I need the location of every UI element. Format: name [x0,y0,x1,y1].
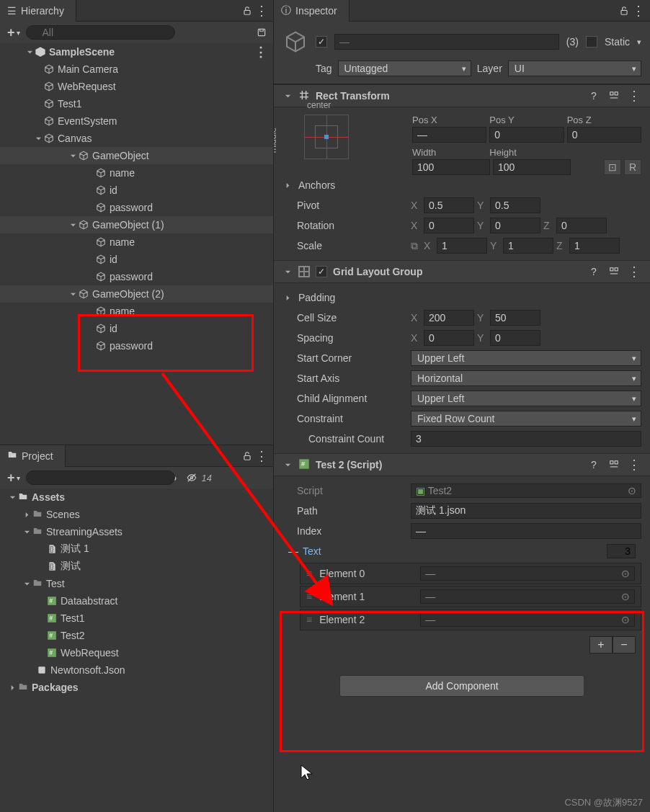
expand-arrow-icon[interactable] [282,182,293,189]
pos-x-input[interactable] [412,127,486,143]
static-checkbox[interactable] [586,36,597,48]
scale-z[interactable] [569,238,620,254]
expand-arrow-icon[interactable] [25,49,35,55]
hierarchy-item[interactable]: Canvas [0,130,273,147]
project-file[interactable]: {}测试 [0,558,273,575]
constraint-dropdown[interactable]: Fixed Row Count [411,411,641,427]
inspector-menu[interactable]: ⋮ [631,4,646,18]
lock-icon[interactable] [240,4,254,18]
preset-icon[interactable] [607,264,621,279]
width-input[interactable] [412,159,490,175]
spacing-x[interactable] [424,330,474,346]
hierarchy-item[interactable]: Main Camera [0,61,273,78]
list-item[interactable]: ≡Element 2—⊙ [300,609,641,630]
hierarchy-item[interactable]: EventSystem [0,112,273,130]
hierarchy-item[interactable]: Test1 [0,95,273,112]
rot-x[interactable] [424,218,474,233]
hierarchy-item[interactable]: password [0,337,273,354]
object-picker-icon[interactable]: ⊙ [621,591,630,602]
component-menu[interactable]: ⋮ [627,89,641,103]
help-icon[interactable]: ? [587,458,601,472]
object-name-field[interactable] [334,34,559,50]
object-picker-icon[interactable]: ⊙ [621,568,630,579]
grid-enabled-checkbox[interactable] [316,266,327,277]
start-axis-dropdown[interactable]: Horizontal [411,370,641,386]
project-tab[interactable]: Project [0,445,66,467]
hierarchy-item[interactable]: GameObject (2) [0,285,273,303]
project-folder[interactable]: StreamingAssets [0,523,273,540]
start-corner-dropdown[interactable]: Upper Left [411,350,641,366]
object-picker-icon[interactable]: ⊙ [621,614,630,625]
text-array-label[interactable]: Text [303,545,607,557]
hierarchy-item[interactable]: id [0,251,273,268]
expand-arrow-icon[interactable] [282,269,293,275]
hierarchy-item[interactable]: password [0,268,273,285]
cell-y[interactable] [490,310,540,326]
pivot-y[interactable] [490,197,540,213]
project-file[interactable]: #Test1 [0,610,273,627]
project-folder[interactable]: Test [0,575,273,592]
scale-link-icon[interactable]: ⧉ [411,240,418,252]
project-create[interactable]: +▾ [4,469,23,487]
drag-handle-icon[interactable]: ≡ [306,568,312,579]
lock-icon[interactable] [240,449,254,463]
expand-arrow-icon[interactable] [22,581,32,587]
scene-menu[interactable]: ⋮ [254,48,267,55]
rot-y[interactable] [490,218,540,233]
help-icon[interactable]: ? [587,89,601,103]
hierarchy-item[interactable]: name [0,303,273,320]
preset-icon[interactable] [607,89,621,103]
preset-icon[interactable] [607,458,621,472]
active-checkbox[interactable] [316,36,327,48]
expand-arrow-icon[interactable] [68,291,78,298]
hierarchy-item[interactable]: id [0,320,273,337]
project-file[interactable]: #Test2 [0,627,273,644]
save-scene-icon[interactable] [254,25,269,40]
project-folder[interactable]: Assets [0,488,273,506]
list-item[interactable]: ≡Element 0—⊙ [300,563,641,584]
hierarchy-item[interactable]: name [0,164,273,182]
project-menu[interactable]: ⋮ [254,449,269,463]
scale-y[interactable] [503,238,553,254]
hierarchy-item[interactable]: password [0,199,273,216]
list-remove-button[interactable]: − [613,636,636,653]
expand-arrow-icon[interactable] [282,93,293,99]
pos-z-input[interactable] [567,127,641,143]
constraint-count[interactable] [411,431,641,447]
help-icon[interactable]: ? [587,264,601,279]
object-picker-icon[interactable]: ⊙ [628,485,636,496]
expand-arrow-icon[interactable] [33,135,43,142]
hierarchy-search[interactable] [26,25,175,40]
pos-y-input[interactable] [489,127,564,143]
index-input[interactable] [411,523,641,539]
cell-x[interactable] [424,310,474,326]
minus-icon[interactable]: — [288,545,298,557]
expand-arrow-icon[interactable] [22,529,32,535]
hierarchy-item[interactable]: WebRequest [0,78,273,95]
list-add-button[interactable]: + [589,636,613,653]
drag-handle-icon[interactable]: ≡ [306,591,312,602]
drag-handle-icon[interactable]: ≡ [306,614,312,625]
hidden-icon[interactable] [184,470,199,485]
raw-edit-button[interactable]: R [624,159,641,175]
tag-dropdown[interactable]: Untagged [338,61,471,76]
add-component-button[interactable]: Add Component [339,675,584,697]
inspector-tab[interactable]: ⓘ Inspector [274,0,350,22]
component-menu[interactable]: ⋮ [627,264,641,279]
path-input[interactable] [411,503,641,519]
hierarchy-item[interactable]: GameObject (1) [0,216,273,233]
expand-arrow-icon[interactable] [282,295,293,301]
anchor-preset[interactable] [304,115,349,159]
create-dropdown[interactable]: +▾ [4,24,23,42]
project-file[interactable]: #WebRequest [0,644,273,661]
hierarchy-menu[interactable]: ⋮ [254,4,269,18]
hierarchy-item[interactable]: GameObject [0,147,273,164]
scene-row[interactable]: SampleScene ⋮ [0,43,273,61]
hierarchy-item[interactable]: name [0,233,273,251]
expand-arrow-icon[interactable] [282,462,293,468]
list-item[interactable]: ≡Element 1—⊙ [300,586,641,607]
expand-arrow-icon[interactable] [7,494,17,501]
lock-icon[interactable] [617,4,631,18]
test2-script-header[interactable]: # Test 2 (Script) ? ⋮ [274,453,650,476]
expand-arrow-icon[interactable] [68,153,78,159]
